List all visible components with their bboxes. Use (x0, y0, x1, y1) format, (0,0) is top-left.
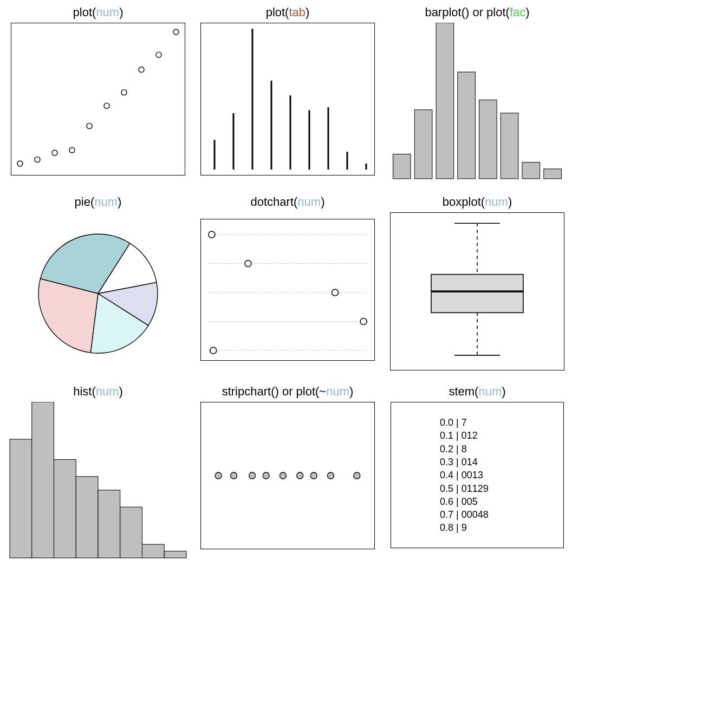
svg-point-8 (156, 53, 161, 58)
svg-point-2 (52, 151, 57, 156)
svg-point-35 (360, 318, 367, 325)
chart-barplot-fac: barplot() or plot(fac) (382, 3, 572, 193)
boxplot-svg (391, 213, 564, 370)
svg-rect-21 (436, 23, 454, 179)
svg-point-1 (35, 157, 40, 162)
svg-point-55 (280, 472, 286, 479)
chart-title: dotchart(num) (251, 195, 325, 209)
svg-point-32 (209, 231, 215, 238)
chart-plot-tab: plot(tab) (193, 3, 382, 193)
svg-point-58 (328, 472, 334, 479)
svg-point-9 (173, 29, 179, 35)
svg-rect-19 (393, 154, 411, 179)
stem-output: 0.0 | 7 0.1 | 012 0.2 | 8 0.3 | 014 0.4 … (440, 416, 489, 535)
dotchart-svg (201, 219, 374, 360)
svg-point-6 (121, 90, 127, 95)
svg-rect-43 (10, 439, 32, 558)
chart-title: plot(tab) (266, 5, 310, 20)
chart-dotchart: dotchart(num) (193, 193, 382, 382)
chart-title: boxplot(num) (443, 195, 512, 209)
svg-rect-24 (500, 113, 518, 179)
chart-title: stripchart() or plot(~num) (222, 385, 354, 399)
chart-title: stem(num) (448, 385, 505, 399)
svg-point-59 (354, 472, 360, 479)
svg-point-7 (139, 67, 144, 73)
chart-title: hist(num) (73, 385, 123, 399)
chart-pie: pie(num) (3, 193, 193, 382)
svg-rect-50 (164, 551, 186, 558)
svg-point-4 (87, 123, 92, 129)
svg-point-54 (263, 472, 269, 479)
svg-rect-44 (32, 402, 54, 558)
svg-rect-20 (414, 110, 432, 179)
svg-rect-41 (431, 275, 523, 313)
chart-plot-num: plot(num) (3, 3, 193, 193)
chart-title: barplot() or plot(fac) (425, 5, 529, 20)
svg-rect-45 (54, 460, 76, 558)
chart-hist: hist(num) (3, 382, 193, 572)
linebar-svg (201, 23, 374, 175)
svg-rect-49 (142, 544, 165, 558)
svg-rect-46 (76, 477, 98, 558)
chart-title: plot(num) (73, 5, 123, 20)
svg-point-36 (210, 347, 217, 354)
svg-point-52 (231, 472, 237, 479)
svg-point-3 (69, 148, 75, 153)
svg-point-53 (249, 472, 256, 479)
svg-rect-23 (479, 100, 497, 179)
svg-rect-48 (120, 507, 142, 558)
svg-point-5 (104, 103, 109, 109)
hist-svg (9, 402, 187, 559)
svg-rect-22 (458, 72, 476, 179)
svg-point-33 (245, 261, 251, 267)
svg-rect-26 (544, 169, 562, 179)
scatter-svg (11, 23, 185, 175)
strip-svg (201, 402, 374, 549)
barplot-svg (388, 23, 567, 180)
chart-title: pie(num) (75, 195, 122, 209)
chart-grid: plot(num) plot(tab) barplot() or plot(fa… (3, 3, 572, 572)
svg-point-0 (17, 161, 23, 166)
svg-point-34 (332, 289, 339, 296)
chart-stem: stem(num) 0.0 | 7 0.1 | 012 0.2 | 8 0.3 … (382, 382, 572, 572)
svg-point-57 (310, 472, 317, 479)
svg-point-51 (215, 472, 222, 479)
svg-rect-25 (522, 162, 540, 179)
pie-svg (11, 212, 185, 364)
svg-rect-47 (98, 490, 120, 558)
chart-boxplot: boxplot(num) (382, 193, 572, 382)
chart-stripchart: stripchart() or plot(~num) (193, 382, 382, 572)
svg-point-56 (297, 472, 303, 479)
